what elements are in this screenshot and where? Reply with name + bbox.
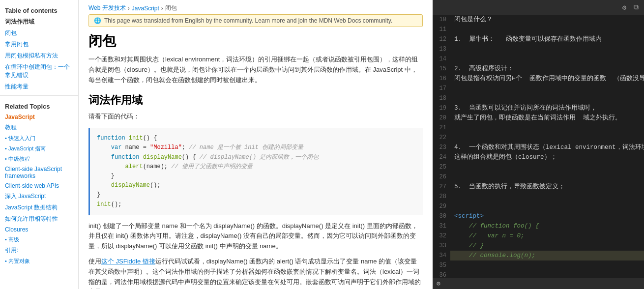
settings-bottom-icon[interactable]: ⚙ xyxy=(437,280,440,288)
code-line-19: 19 3. 当函数可以记住并访问所在的词法作用域时， xyxy=(433,103,644,113)
editor-toolbar: ⚙ ⧉ xyxy=(433,0,644,15)
editor-panel: ⚙ ⧉ 10 闭包是什么？ 11 12 1. 犀牛书： 函数变量可以保存在函数作… xyxy=(433,0,644,289)
code-line-35: 35 xyxy=(433,260,644,270)
translate-notice: 🌐 This page was translated from English … xyxy=(88,14,423,27)
related-topics-heading: Related Topics xyxy=(0,99,78,112)
code-line-16: 16 闭包是指有权访问另⊢个 函数作用域中的变量的函数 （函数没导出）； xyxy=(433,74,644,84)
related-link-1[interactable]: • 快速入入门 xyxy=(0,133,78,144)
para1: init() 创建了一个局部变量 name 和一个名为 displayName(… xyxy=(88,221,423,252)
code-line-24: 24 这样的组合就是闭包（closure）； xyxy=(433,152,644,162)
sidebar: Table of contents 词法作用域 闭包 常用闭包 用闭包模拟私有方… xyxy=(0,0,79,289)
related-link-10[interactable]: • 高级 xyxy=(0,234,78,245)
code-line-10: 10 闭包是什么？ xyxy=(433,15,644,25)
page-title: 闭包 xyxy=(88,32,423,51)
js-label[interactable]: JavaScript xyxy=(0,112,78,122)
toc-item-3[interactable]: 用闭包模拟私有方法 xyxy=(0,50,78,61)
main-content: Web 开发技术 › JavaScript › 闭包 🌐 This page w… xyxy=(79,0,433,289)
toc-item-0[interactable]: 词法作用域 xyxy=(0,16,78,28)
code-line-13: 13 xyxy=(433,44,644,54)
code-line-23: 23 4. 一个函数和对其周围状态（lexical environment，词法… xyxy=(433,143,644,152)
related-link-6[interactable]: 深入 JavaScript xyxy=(0,191,78,202)
translate-icon: 🌐 xyxy=(94,17,101,24)
page-intro: 一个函数和对其周围状态（lexical environment，词法环境）的引用… xyxy=(88,55,423,85)
code-line-21: 21 xyxy=(433,123,644,133)
code-line-34: 34 // console.log(n); xyxy=(433,251,644,260)
breadcrumb-current: 闭包 xyxy=(165,4,177,12)
settings-icon[interactable]: ⚙ xyxy=(620,3,628,11)
toc-item-4[interactable]: 在循环中创建闭包：一个常见错误 xyxy=(0,61,78,81)
translate-text: This page was translated from English by… xyxy=(104,17,392,24)
related-link-5[interactable]: Client-side web APIs xyxy=(0,181,78,191)
code-line-26: 26 xyxy=(433,172,644,182)
code-line-11: 11 xyxy=(433,25,644,34)
code-line-18: 18 xyxy=(433,93,644,103)
toc-item-1[interactable]: 闭包 xyxy=(0,28,78,39)
para2: 使用这个 JSFiddle 链接运行代码试试看，displayName() 函数… xyxy=(88,257,423,289)
breadcrumb-link-1[interactable]: JavaScript xyxy=(132,5,159,12)
code-line-29: 29 xyxy=(433,202,644,211)
code-line-15: 15 2. 高级程序设计： xyxy=(433,64,644,74)
toc-item-2[interactable]: 常用闭包 xyxy=(0,39,78,50)
copy-icon[interactable]: ⧉ xyxy=(632,3,640,11)
sidebar-divider-1 xyxy=(0,95,78,96)
code-line-14: 14 xyxy=(433,54,644,64)
editor-code: 10 闭包是什么？ 11 12 1. 犀牛书： 函数变量可以保存在函数作用域内 … xyxy=(433,15,644,289)
code-line-31: 31 // function foo() { xyxy=(433,221,644,231)
editor-bottom-bar: ⚙ xyxy=(433,278,644,289)
related-link-3[interactable]: • 中级教程 xyxy=(0,154,78,164)
code-line-33: 33 // } xyxy=(433,241,644,251)
code-line-30: 30 <script> xyxy=(433,211,644,221)
section1-intro: 请看下面的代码： xyxy=(88,112,423,122)
related-link-7[interactable]: JavaScript 数据结构 xyxy=(0,202,78,213)
related-link-4[interactable]: Client-side JavaScript frameworks xyxy=(0,164,78,181)
breadcrumb-link-0[interactable]: Web 开发技术 xyxy=(88,4,126,12)
toc-title: Table of contents xyxy=(0,4,78,16)
toc-item-5[interactable]: 性能考量 xyxy=(0,81,78,92)
code-line-28: 28 xyxy=(433,192,644,202)
code-line-12: 12 1. 犀牛书： 函数变量可以保存在函数作用域内 xyxy=(433,34,644,44)
code-line-17: 17 xyxy=(433,84,644,93)
code-line-22: 22 xyxy=(433,133,644,143)
related-link-12[interactable]: • 内置对象 xyxy=(0,256,78,266)
related-link-9[interactable]: Closures xyxy=(0,225,78,234)
section1-title: 词法作用域 xyxy=(88,93,423,108)
jsfiddle-link[interactable]: 这个 JSFiddle 链接 xyxy=(101,258,155,265)
related-link-0[interactable]: 教程 xyxy=(0,122,78,133)
code-line-32: 32 // var n = 0; xyxy=(433,231,644,241)
code-line-20: 20 就产生了闭包，即使函数是在当前词法作用 域之外执行。 xyxy=(433,113,644,123)
breadcrumb: Web 开发技术 › JavaScript › 闭包 xyxy=(88,0,423,14)
code-line-25: 25 xyxy=(433,162,644,172)
related-link-2[interactable]: • JavaScript 指南 xyxy=(0,144,78,154)
code-line-27: 27 5. 当函数的执行，导致函数被定义； xyxy=(433,182,644,192)
related-link-8[interactable]: 如何允许用相等特性 xyxy=(0,213,78,225)
code-block-1: function init() { var name = "Mozilla"; … xyxy=(88,128,423,215)
related-link-11[interactable]: 引用: xyxy=(0,245,78,256)
